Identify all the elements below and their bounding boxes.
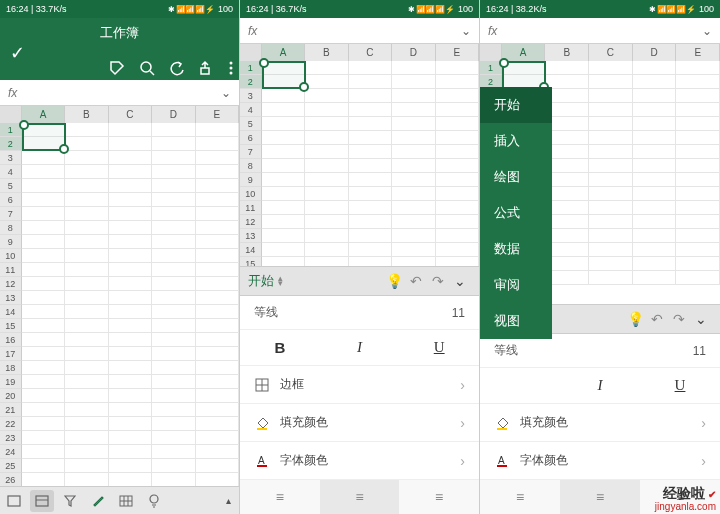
cell[interactable] xyxy=(676,145,720,159)
cell[interactable] xyxy=(152,221,195,235)
cell[interactable] xyxy=(305,117,348,131)
cell[interactable] xyxy=(633,229,677,243)
cell[interactable] xyxy=(349,257,392,266)
cell[interactable] xyxy=(305,75,348,89)
cell[interactable] xyxy=(589,145,633,159)
cell[interactable] xyxy=(196,403,239,417)
cell[interactable] xyxy=(109,263,152,277)
cell[interactable] xyxy=(196,333,239,347)
cell[interactable] xyxy=(152,319,195,333)
cell[interactable] xyxy=(152,305,195,319)
align-right-button[interactable]: ≡ xyxy=(399,480,479,514)
cell[interactable] xyxy=(545,243,589,257)
row-header[interactable]: 1 xyxy=(240,61,262,75)
cell[interactable] xyxy=(392,201,435,215)
cell[interactable] xyxy=(676,61,720,75)
bulb-icon[interactable] xyxy=(142,490,166,512)
menu-item[interactable]: 公式 xyxy=(480,195,552,231)
bold-button[interactable]: B xyxy=(240,330,320,365)
cell[interactable] xyxy=(152,389,195,403)
cell[interactable] xyxy=(436,257,479,266)
row-header[interactable]: 12 xyxy=(0,277,22,291)
cell[interactable] xyxy=(196,193,239,207)
cell[interactable] xyxy=(633,173,677,187)
cell[interactable] xyxy=(196,235,239,249)
cell[interactable] xyxy=(22,361,65,375)
fx-expand-icon[interactable]: ⌄ xyxy=(702,24,712,38)
cell[interactable] xyxy=(65,137,108,151)
cell[interactable] xyxy=(392,243,435,257)
cell[interactable] xyxy=(152,179,195,193)
cell[interactable] xyxy=(633,243,677,257)
grid[interactable]: ABCDE12345678910111213141516171819202122… xyxy=(240,44,479,266)
underline-button[interactable]: U xyxy=(399,330,479,365)
cell[interactable] xyxy=(676,117,720,131)
col-header[interactable]: A xyxy=(262,44,305,61)
cell[interactable] xyxy=(589,89,633,103)
fx-expand-icon[interactable]: ⌄ xyxy=(461,24,471,38)
col-header[interactable]: D xyxy=(633,44,677,61)
cell[interactable] xyxy=(436,215,479,229)
cell[interactable] xyxy=(65,403,108,417)
tab-home[interactable]: 开始 ▴▾ xyxy=(248,272,283,290)
cell[interactable] xyxy=(349,159,392,173)
cell[interactable] xyxy=(109,249,152,263)
row-header[interactable]: 7 xyxy=(0,207,22,221)
menu-item[interactable]: 绘图 xyxy=(480,159,552,195)
cell[interactable] xyxy=(436,187,479,201)
cell[interactable] xyxy=(65,263,108,277)
cell[interactable] xyxy=(676,75,720,89)
cell[interactable] xyxy=(109,221,152,235)
sheet-icon[interactable] xyxy=(2,490,26,512)
cell[interactable] xyxy=(152,249,195,263)
redo-icon[interactable]: ↷ xyxy=(427,273,449,289)
cell[interactable] xyxy=(196,389,239,403)
row-header[interactable]: 13 xyxy=(0,291,22,305)
cell[interactable] xyxy=(262,61,305,75)
cell[interactable] xyxy=(392,117,435,131)
menu-item[interactable]: 开始 xyxy=(480,87,552,123)
cell[interactable] xyxy=(545,257,589,271)
row-header[interactable]: 17 xyxy=(0,347,22,361)
cell[interactable] xyxy=(109,165,152,179)
cell[interactable] xyxy=(589,173,633,187)
cell[interactable] xyxy=(589,103,633,117)
col-header[interactable]: A xyxy=(502,44,546,61)
cell[interactable] xyxy=(436,145,479,159)
cell[interactable] xyxy=(196,137,239,151)
cell[interactable] xyxy=(152,193,195,207)
cell[interactable] xyxy=(502,61,546,75)
underline-button[interactable]: U xyxy=(640,368,720,403)
cell[interactable] xyxy=(349,117,392,131)
share-icon[interactable] xyxy=(199,60,215,76)
row-header[interactable]: 6 xyxy=(240,131,262,145)
cell[interactable] xyxy=(22,221,65,235)
cell[interactable] xyxy=(196,151,239,165)
cell[interactable] xyxy=(305,173,348,187)
cell[interactable] xyxy=(633,187,677,201)
align-center-button[interactable]: ≡ xyxy=(320,480,400,514)
cell[interactable] xyxy=(676,201,720,215)
cell[interactable] xyxy=(676,131,720,145)
cell[interactable] xyxy=(196,207,239,221)
row-header[interactable]: 1 xyxy=(0,123,22,137)
cell[interactable] xyxy=(22,305,65,319)
cell[interactable] xyxy=(545,145,589,159)
cell[interactable] xyxy=(545,61,589,75)
cell[interactable] xyxy=(589,215,633,229)
cell[interactable] xyxy=(633,75,677,89)
cell[interactable] xyxy=(436,61,479,75)
cell[interactable] xyxy=(109,375,152,389)
cell[interactable] xyxy=(262,159,305,173)
cell[interactable] xyxy=(109,137,152,151)
cell[interactable] xyxy=(545,159,589,173)
cell[interactable] xyxy=(22,445,65,459)
cell[interactable] xyxy=(349,215,392,229)
row-header[interactable]: 25 xyxy=(0,459,22,473)
cell[interactable] xyxy=(22,459,65,473)
cell[interactable] xyxy=(392,257,435,266)
cell[interactable] xyxy=(436,131,479,145)
cell[interactable] xyxy=(65,473,108,486)
col-header[interactable]: C xyxy=(349,44,392,61)
cell[interactable] xyxy=(305,187,348,201)
